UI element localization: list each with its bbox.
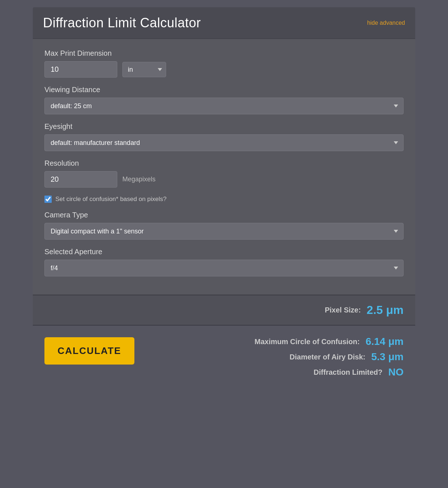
resolution-label: Resolution — [44, 159, 404, 168]
circle-of-confusion-checkbox-label[interactable]: Set circle of confusion* based on pixels… — [55, 196, 166, 203]
header: Diffraction Limit Calculator hide advanc… — [33, 7, 415, 39]
selected-aperture-row: Selected Aperture f/1.4 f/2 f/2.8 f/4 f/… — [44, 248, 404, 276]
resolution-row: Resolution Megapixels — [44, 159, 404, 188]
selected-aperture-select[interactable]: f/1.4 f/2 f/2.8 f/4 f/5.6 f/8 f/11 f/16 — [44, 260, 404, 276]
diameter-airy-disk-value: 5.3 μm — [371, 351, 404, 363]
diffraction-limited-value: NO — [388, 366, 404, 378]
resolution-inputs: Megapixels — [44, 171, 404, 188]
calculate-inner: CALCULATE Maximum Circle of Confusion: 6… — [44, 336, 404, 378]
calculator-container: Diffraction Limit Calculator hide advanc… — [33, 7, 415, 388]
viewing-distance-label: Viewing Distance — [44, 86, 404, 94]
pixel-size-section: Pixel Size: 2.5 μm — [33, 295, 415, 326]
camera-type-label: Camera Type — [44, 211, 404, 219]
diameter-airy-disk-label: Diameter of Airy Disk: — [290, 353, 365, 361]
pixel-size-label: Pixel Size: — [325, 306, 361, 314]
max-circle-of-confusion-value: 6.14 μm — [366, 336, 404, 347]
max-print-dimension-input[interactable] — [44, 61, 117, 78]
pixel-size-value: 2.5 μm — [367, 303, 404, 317]
resolution-input[interactable] — [44, 171, 117, 188]
max-circle-of-confusion-label: Maximum Circle of Confusion: — [255, 338, 360, 346]
eyesight-select[interactable]: default: manufacturer standard excellent… — [44, 134, 404, 151]
viewing-distance-row: Viewing Distance default: 25 cm 50 cm 10… — [44, 86, 404, 114]
diameter-airy-disk-row: Diameter of Airy Disk: 5.3 μm — [149, 351, 404, 363]
calculate-section: CALCULATE Maximum Circle of Confusion: 6… — [33, 326, 415, 388]
calculate-button[interactable]: CALCULATE — [44, 337, 134, 365]
circle-of-confusion-checkbox-row: Set circle of confusion* based on pixels… — [44, 196, 404, 203]
eyesight-row: Eyesight default: manufacturer standard … — [44, 122, 404, 151]
diffraction-limited-row: Diffraction Limited? NO — [149, 366, 404, 378]
page-title: Diffraction Limit Calculator — [43, 15, 201, 31]
unit-select[interactable]: in cm mm — [122, 62, 166, 77]
hide-advanced-link[interactable]: hide advanced — [367, 20, 405, 26]
max-print-dimension-row: Max Print Dimension in cm mm — [44, 49, 404, 78]
resolution-unit-label: Megapixels — [122, 176, 156, 183]
camera-type-select[interactable]: Digital compact with a 1" sensor Micro F… — [44, 223, 404, 240]
max-circle-of-confusion-row: Maximum Circle of Confusion: 6.14 μm — [149, 336, 404, 347]
camera-type-row: Camera Type Digital compact with a 1" se… — [44, 211, 404, 240]
diffraction-limited-label: Diffraction Limited? — [314, 368, 382, 377]
results-grid: Maximum Circle of Confusion: 6.14 μm Dia… — [149, 336, 404, 378]
circle-of-confusion-checkbox[interactable] — [44, 196, 52, 203]
max-print-dimension-inputs: in cm mm — [44, 61, 404, 78]
selected-aperture-label: Selected Aperture — [44, 248, 404, 256]
max-print-dimension-label: Max Print Dimension — [44, 49, 404, 58]
viewing-distance-select[interactable]: default: 25 cm 50 cm 100 cm custom — [44, 98, 404, 114]
form-section: Max Print Dimension in cm mm Viewing Dis… — [33, 39, 415, 295]
eyesight-label: Eyesight — [44, 122, 404, 131]
